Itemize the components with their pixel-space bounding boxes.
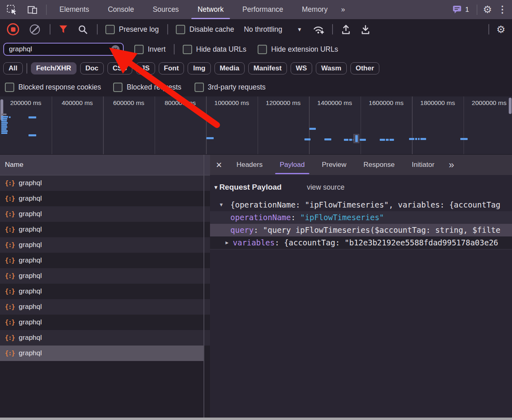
details-tab-response[interactable]: Response <box>355 155 403 175</box>
table-row[interactable]: {:}graphql <box>0 268 210 284</box>
waterfall-bar <box>349 139 352 141</box>
filter-input[interactable]: graphql ✕ <box>3 43 124 56</box>
request-name: graphql <box>19 272 42 280</box>
fetch-xhr-icon: {:} <box>5 288 15 295</box>
details-tab-headers[interactable]: Headers <box>228 155 271 175</box>
timeline-tick-label: 2000000 ms <box>464 99 512 107</box>
tab-network[interactable]: Network <box>188 0 233 19</box>
request-name: graphql <box>19 241 42 249</box>
clear-filter-icon[interactable]: ✕ <box>111 45 120 54</box>
requests-list: {:}graphql{:}graphql{:}graphql{:}graphql… <box>0 175 210 361</box>
third-party-requests-checkbox[interactable] <box>195 83 204 92</box>
issues-counter[interactable]: 1 <box>453 5 469 14</box>
export-har-icon[interactable] <box>361 24 370 35</box>
disable-cache-checkbox[interactable] <box>176 25 185 34</box>
filter-chip-font[interactable]: Font <box>159 62 184 74</box>
network-toolbar: Preserve log Disable cache No throttling… <box>0 19 512 39</box>
request-name: graphql <box>19 256 42 265</box>
table-row[interactable]: {:}graphql <box>0 206 210 222</box>
filter-chip-fetch-xhr[interactable]: Fetch/XHR <box>31 62 77 74</box>
filter-chip-js[interactable]: JS <box>136 62 155 74</box>
device-toolbar-icon[interactable] <box>27 4 38 15</box>
expanded-triangle-icon[interactable]: ▼ <box>220 199 223 211</box>
payload-pane: ▼ Request Payload view source ▼{operatio… <box>210 175 512 249</box>
throttling-select[interactable]: No throttling ▼ <box>244 25 302 34</box>
tab-sources[interactable]: Sources <box>143 0 188 19</box>
filter-chip-img[interactable]: Img <box>188 62 210 74</box>
blocked-requests-checkbox[interactable] <box>113 83 123 92</box>
network-overview-timeline[interactable]: 200000 ms400000 ms600000 ms800000 ms1000… <box>0 96 512 155</box>
hide-data-urls-checkbox[interactable] <box>183 45 192 54</box>
waterfall-bar <box>1 122 8 124</box>
filter-funnel-icon[interactable] <box>59 25 68 34</box>
details-more-tabs-chevron[interactable]: » <box>449 160 454 170</box>
table-row[interactable]: {:}graphql <box>0 253 210 268</box>
settings-gear-icon[interactable]: ⚙ <box>483 4 492 15</box>
table-row[interactable]: {:}graphql <box>0 346 210 361</box>
import-har-icon[interactable] <box>341 24 351 35</box>
waterfall-bar <box>1 126 7 128</box>
network-settings-gear-icon[interactable]: ⚙ <box>497 24 505 35</box>
invert-checkbox[interactable] <box>134 45 144 54</box>
blocked-response-cookies-label: Blocked response cookies <box>18 83 101 92</box>
payload-tree-row[interactable]: operationName: "ipFlowTimeseries" <box>210 211 512 224</box>
details-tab-preview[interactable]: Preview <box>313 155 355 175</box>
table-row[interactable]: {:}graphql <box>0 284 210 299</box>
table-row[interactable]: {:}graphql <box>0 299 210 315</box>
filter-chip-all[interactable]: All <box>3 62 23 74</box>
waterfall-bar <box>389 139 394 141</box>
table-row[interactable]: {:}graphql <box>0 175 210 191</box>
request-name: graphql <box>19 349 42 357</box>
more-tabs-chevron[interactable]: » <box>337 0 349 19</box>
filter-chip-doc[interactable]: Doc <box>80 62 104 74</box>
waterfall-bar <box>415 138 417 140</box>
filter-chip-media[interactable]: Media <box>214 62 245 74</box>
request-name: graphql <box>19 287 42 295</box>
third-party-requests-label: 3rd-party requests <box>208 83 266 92</box>
filter-chip-manifest[interactable]: Manifest <box>248 62 287 74</box>
clear-network-log-icon[interactable] <box>30 24 40 35</box>
divider <box>26 63 27 74</box>
tab-memory[interactable]: Memory <box>293 0 337 19</box>
record-network-log-icon[interactable] <box>7 23 19 35</box>
filter-chip-css[interactable]: CSS <box>107 62 132 74</box>
payload-tree-row[interactable]: ▼{operationName: "ipFlowTimeseries", var… <box>210 199 512 211</box>
name-column-header[interactable]: Name <box>0 155 210 175</box>
filter-chip-ws[interactable]: WS <box>291 62 312 74</box>
request-name: graphql <box>19 334 42 342</box>
table-row[interactable]: {:}graphql <box>0 222 210 237</box>
payload-text-segment: {accountTag: "b12e3b2192ee5588fdad995178… <box>284 238 498 247</box>
inspect-element-icon[interactable] <box>7 4 17 15</box>
table-row[interactable]: {:}graphql <box>0 330 210 346</box>
table-row[interactable]: {:}graphql <box>0 315 210 330</box>
hide-extension-urls-checkbox[interactable] <box>258 45 267 54</box>
payload-tree-row[interactable]: query: "query ipFlowTimeseries($accountT… <box>210 224 512 236</box>
invert-label: Invert <box>148 45 166 54</box>
tab-elements[interactable]: Elements <box>50 0 98 19</box>
request-payload-section[interactable]: ▼ Request Payload view source <box>210 180 512 195</box>
details-tab-payload[interactable]: Payload <box>271 155 313 175</box>
tab-performance[interactable]: Performance <box>233 0 293 19</box>
filter-input-value: graphql <box>9 45 111 53</box>
collapsed-triangle-icon[interactable]: ▶ <box>225 236 228 249</box>
waterfall-bar <box>1 128 7 130</box>
view-source-link[interactable]: view source <box>307 183 344 192</box>
blocked-response-cookies-checkbox[interactable] <box>5 83 14 92</box>
filter-chip-wasm[interactable]: Wasm <box>316 62 346 74</box>
preserve-log-checkbox[interactable] <box>105 25 115 34</box>
kebab-menu-icon[interactable]: ⋮ <box>498 5 507 14</box>
network-conditions-icon[interactable] <box>313 24 325 35</box>
window-bottom-edge <box>0 418 512 420</box>
table-row[interactable]: {:}graphql <box>0 191 210 206</box>
search-icon[interactable] <box>78 24 88 35</box>
close-details-icon[interactable]: ✕ <box>216 160 222 170</box>
tab-console[interactable]: Console <box>98 0 143 19</box>
column-divider[interactable] <box>203 155 204 418</box>
fetch-xhr-icon: {:} <box>5 179 15 187</box>
disable-cache-label: Disable cache <box>189 25 234 34</box>
table-row[interactable]: {:}graphql <box>0 237 210 253</box>
payload-tree-row[interactable]: ▶variables: {accountTag: "b12e3b2192ee55… <box>210 236 512 249</box>
collapse-triangle-icon[interactable]: ▼ <box>213 184 219 190</box>
filter-chip-other[interactable]: Other <box>350 62 379 74</box>
details-tab-initiator[interactable]: Initiator <box>403 155 443 175</box>
